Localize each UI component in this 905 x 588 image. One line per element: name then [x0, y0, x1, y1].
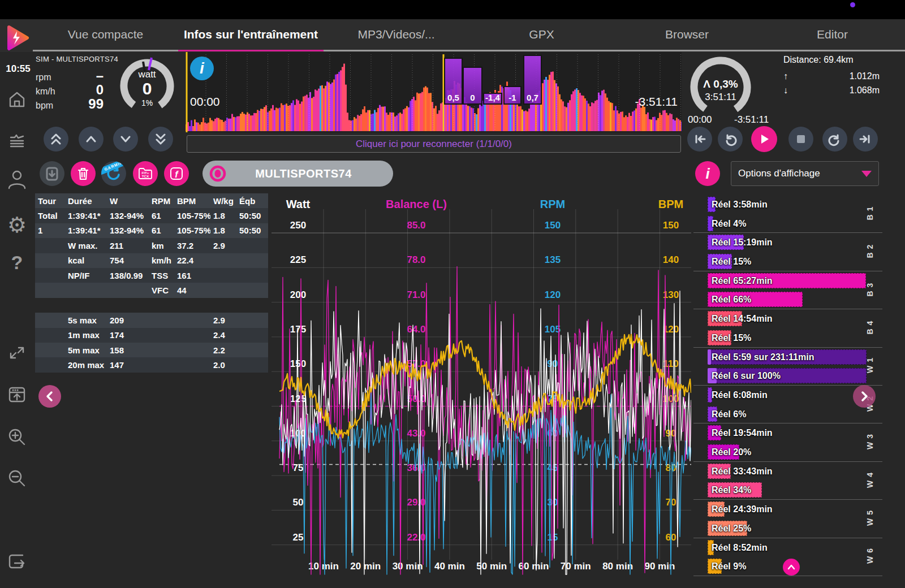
zone-label: Réel 19:54min	[712, 424, 773, 442]
tab-4[interactable]: Browser	[614, 19, 760, 50]
reconnect-banner[interactable]: Cliquer ici pour reconnecter (1/1/0/0)	[187, 135, 681, 153]
svg-text:Balance (L): Balance (L)	[386, 198, 447, 210]
tab-0[interactable]: Vue compacte	[33, 19, 178, 50]
training-data-chart[interactable]: Watt250225200175150125100755025Balance (…	[272, 192, 691, 577]
scroll-up-button[interactable]	[783, 559, 800, 576]
zone-W3: Réel 19:54minRéel 20%	[693, 423, 882, 461]
zone-bar-cap	[708, 349, 711, 365]
zone-group-label: W 5	[865, 505, 874, 530]
zone-group-label: W 1	[865, 353, 874, 378]
fullscreen-icon[interactable]	[6, 341, 28, 364]
svg-text:50.0: 50.0	[407, 394, 425, 404]
window-upload-icon[interactable]	[6, 383, 28, 406]
download-button[interactable]	[40, 161, 64, 186]
display-options-dropdown[interactable]: Options d'affichage	[731, 161, 879, 186]
skip-to-start-button[interactable]	[687, 127, 712, 152]
svg-text:200: 200	[290, 289, 306, 300]
exit-icon[interactable]	[6, 550, 28, 572]
svg-text:BPM: BPM	[658, 198, 683, 210]
svg-text:43.0: 43.0	[407, 428, 425, 439]
metric-value: 0	[96, 82, 104, 98]
help-icon[interactable]: ?	[6, 251, 28, 274]
svg-text:105: 105	[545, 324, 561, 335]
table-row: 1m max1742.4	[35, 328, 268, 343]
table-cell: 44	[174, 286, 210, 295]
zone-label: Réel 34%	[712, 481, 751, 499]
table-cell: 22.4	[174, 256, 210, 265]
settings-gear-icon[interactable]: ⚙	[6, 214, 28, 236]
table-cell: 2.9	[210, 315, 236, 325]
zone-row: Réel 33:43min	[708, 462, 877, 481]
zoom-in-icon[interactable]	[6, 426, 28, 448]
zone-row: Réel 6:08min	[708, 386, 877, 405]
double-down-chevron-button[interactable]	[148, 127, 173, 152]
table-cell: 138/0.99	[107, 271, 149, 280]
info-button-blue[interactable]: i	[190, 57, 214, 80]
table-cell: 2.0	[210, 360, 236, 370]
table-cell: 2.9	[210, 241, 236, 250]
table-cell: 61	[149, 211, 174, 220]
svg-text:70 min: 70 min	[561, 561, 591, 572]
delete-button[interactable]	[71, 161, 96, 186]
table-cell: 161	[174, 271, 210, 280]
table-cell: 50:50	[236, 226, 268, 235]
double-up-chevron-button[interactable]	[44, 127, 68, 152]
user-icon[interactable]	[6, 168, 28, 191]
table-cell: TSS	[149, 271, 174, 280]
status-dot	[850, 2, 855, 7]
record-target-icon	[202, 161, 231, 187]
gauge-start-time: 00:00	[688, 114, 712, 126]
stop-button[interactable]	[788, 127, 813, 152]
refresh-button[interactable]	[822, 127, 847, 152]
svg-text:110: 110	[663, 358, 678, 369]
down-chevron-button[interactable]	[113, 127, 138, 152]
metric-label: bpm	[36, 101, 53, 111]
expand-right-panel-button[interactable]	[853, 385, 876, 408]
table-cell: 158	[107, 345, 149, 355]
tab-5[interactable]: Editor	[760, 19, 905, 50]
up-chevron-button[interactable]	[79, 127, 104, 152]
table-header-cell: W/kg	[210, 196, 236, 206]
table-header-cell: Durée	[65, 196, 107, 206]
zone-group-label: B 3	[865, 277, 874, 302]
facebook-share-button[interactable]: f	[164, 161, 189, 186]
tab-1[interactable]: Infos sur l'entraînement	[178, 19, 324, 50]
table-cell: 132-94%	[107, 211, 149, 220]
tab-2[interactable]: MP3/Videos/...	[324, 19, 469, 50]
collapse-left-panel-button[interactable]	[38, 385, 61, 408]
zone-row: Réel 20%	[708, 443, 877, 462]
svg-text:50: 50	[293, 497, 304, 508]
table-cell: 209	[107, 315, 149, 325]
table-row: kcal754km/h22.4	[35, 253, 268, 268]
tab-3[interactable]: GPX	[469, 19, 614, 50]
table-cell: VFC	[149, 286, 174, 295]
workout-list-icon[interactable]	[6, 130, 28, 153]
zone-B2: Réel 15:19minRéel 15%	[693, 233, 882, 271]
table-cell: km/h	[149, 256, 174, 265]
garmin-sync-button[interactable]: GARMIN	[101, 161, 126, 186]
zone-label: Réel 5:59 sur 231:11min	[712, 348, 814, 366]
zone-row: Réel 15%	[708, 329, 877, 348]
zone-B4: Réel 14:54minRéel 15%	[693, 309, 882, 347]
workout-name-pill[interactable]: MULTISPORTS74	[202, 161, 393, 187]
skip-to-end-button[interactable]	[853, 127, 878, 152]
info-button-pink[interactable]: i	[695, 161, 720, 186]
watt-gauge-label: watt	[117, 69, 178, 80]
svg-text:78.0: 78.0	[407, 254, 425, 265]
zone-label: Réel 65:27min	[712, 272, 773, 289]
distance-label: Distance: 69.4km	[783, 55, 854, 65]
home-icon[interactable]	[6, 88, 28, 111]
zoom-out-icon[interactable]	[6, 467, 28, 490]
play-button[interactable]	[751, 126, 777, 152]
table-row: 5s max2092.9	[35, 313, 268, 327]
table-row: 5m max1582.2	[35, 343, 268, 357]
table-cell: 5s max	[65, 315, 107, 325]
zone-label: Réel 6 sur 100%	[712, 367, 781, 384]
svg-text:64.0: 64.0	[407, 324, 425, 335]
descent-value: 1.068m	[850, 85, 880, 100]
reset-button[interactable]	[718, 127, 743, 152]
export-fit-tcx-button[interactable]: FIT+ TCX	[133, 161, 158, 186]
watt-gauge-sub: 1%	[117, 98, 178, 107]
elevation-profile-chart[interactable]	[186, 52, 682, 132]
table-cell: 5m max	[65, 345, 107, 355]
